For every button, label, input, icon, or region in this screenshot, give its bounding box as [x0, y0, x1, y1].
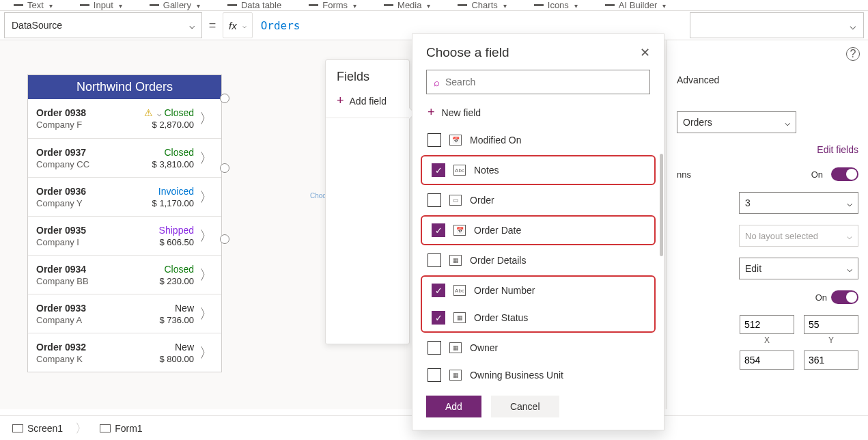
close-icon[interactable]: ✕: [640, 45, 650, 60]
field-row[interactable]: ▦Order Details: [418, 247, 658, 274]
field-checkbox[interactable]: ✓: [432, 163, 445, 177]
field-row[interactable]: ✓AbcNotes: [422, 156, 654, 184]
field-checkbox[interactable]: [428, 368, 441, 382]
cancel-button[interactable]: Cancel: [491, 396, 559, 417]
gallery-control[interactable]: Northwind Orders Order 0938Company F⚠ ⌵ …: [27, 74, 222, 372]
order-amount: $ 230.00: [139, 276, 194, 286]
field-checkbox[interactable]: ✓: [432, 223, 445, 237]
ribbon-aibuilder[interactable]: AI Builder: [605, 0, 666, 10]
ribbon-icons[interactable]: Icons: [534, 0, 578, 10]
field-checkbox[interactable]: [428, 341, 441, 355]
ribbon-media[interactable]: Media: [384, 0, 430, 10]
gallery-row[interactable]: Order 0935Company IShipped$ 606.50〉: [28, 216, 221, 255]
help-icon[interactable]: ?: [846, 47, 860, 61]
properties-pane: ? Advanced Orders ⌵ Edit fields nns On 3: [667, 40, 868, 409]
field-checkbox[interactable]: ✓: [432, 284, 445, 297]
field-checkbox[interactable]: [428, 253, 441, 267]
edit-fields-link[interactable]: Edit fields: [677, 144, 858, 155]
pos-x-input[interactable]: [740, 315, 794, 334]
add-field-label: Add field: [350, 96, 387, 107]
warning-icon: ⚠: [144, 107, 153, 118]
field-row[interactable]: ✓▦Order Status: [422, 304, 654, 331]
field-label: Modified On: [470, 135, 521, 146]
search-icon: ⌕: [434, 77, 440, 88]
field-row[interactable]: ▦Owner: [418, 334, 658, 361]
gallery-row[interactable]: Order 0932Company KNew$ 800.00〉: [28, 333, 221, 372]
field-row[interactable]: ✓📅Order Date: [422, 217, 654, 244]
field-checkbox[interactable]: [428, 193, 441, 207]
ribbon-input[interactable]: Input: [80, 0, 122, 10]
field-list[interactable]: 📅Modified On✓AbcNotes▭Order✓📅Order Date▦…: [412, 126, 664, 386]
gallery-row[interactable]: Order 0938Company F⚠ ⌵ Closed$ 2,870.00〉: [28, 99, 221, 138]
columns-label: nns: [677, 169, 691, 180]
chevron-right-icon: 〉: [199, 109, 213, 128]
field-row[interactable]: ▭Order: [418, 187, 658, 214]
formula-input[interactable]: Orders: [253, 19, 690, 32]
add-field-button[interactable]: + Add field: [326, 90, 409, 118]
scrollbar-thumb[interactable]: [660, 154, 663, 256]
size-h-input[interactable]: [804, 350, 858, 370]
order-number: Order 0937: [36, 147, 139, 158]
order-amount: $ 3,810.00: [139, 159, 194, 169]
ribbon-charts[interactable]: Charts: [458, 0, 506, 10]
canvas-hint-text: Choo: [310, 192, 326, 200]
chevron-down-icon: ⌵: [847, 231, 852, 241]
field-row[interactable]: ✓AbcOrder Number: [422, 277, 654, 304]
add-button[interactable]: Add: [426, 396, 481, 417]
columns-select[interactable]: 3 ⌵: [739, 192, 858, 214]
breadcrumb-form[interactable]: Form1: [100, 423, 142, 434]
text-type-icon: Abc: [453, 285, 466, 296]
tab-advanced[interactable]: Advanced: [677, 74, 719, 85]
popup-title: Choose a field: [426, 45, 509, 60]
ribbon-gallery[interactable]: Gallery: [150, 0, 200, 10]
chevron-down-icon: ⌵: [242, 22, 247, 29]
grid-type-icon: ▦: [449, 342, 462, 353]
formula-result-dropdown[interactable]: ⌵: [690, 12, 864, 38]
ribbon-text[interactable]: Text: [14, 0, 53, 10]
ribbon: Text Input Gallery Data table Forms Medi…: [0, 0, 868, 10]
gallery-row[interactable]: Order 0934Company BBClosed$ 230.00〉: [28, 255, 221, 294]
breadcrumb-screen[interactable]: Screen1: [12, 423, 63, 434]
selection-handle[interactable]: [220, 94, 229, 103]
snap-columns-toggle[interactable]: [831, 167, 858, 181]
order-status: New: [139, 303, 194, 314]
field-label: Order Date: [474, 225, 521, 236]
mode-select[interactable]: Edit ⌵: [739, 258, 858, 279]
order-amount: $ 800.00: [139, 354, 194, 364]
visible-toggle[interactable]: [831, 290, 858, 304]
toggle-state: On: [811, 169, 823, 180]
field-label: Order Status: [474, 312, 528, 323]
new-field-button[interactable]: + New field: [412, 101, 664, 126]
field-row[interactable]: ▦Owning Business Unit: [418, 361, 658, 386]
pos-y-input[interactable]: [804, 315, 858, 334]
ribbon-forms[interactable]: Forms: [309, 0, 356, 10]
selection-handle[interactable]: [220, 234, 229, 244]
fields-panel: Fields + Add field: [325, 59, 410, 344]
date-type-icon: 📅: [453, 225, 466, 236]
order-status: Invoiced: [139, 186, 194, 197]
search-input[interactable]: [445, 77, 643, 87]
chevron-down-icon: ⌵: [189, 20, 195, 31]
fields-title: Fields: [326, 60, 409, 90]
equals-sign: =: [202, 18, 223, 33]
selection-handle[interactable]: [220, 163, 229, 173]
gallery-row[interactable]: Order 0936Company YInvoiced$ 1,170.00〉: [28, 177, 221, 216]
gallery-row[interactable]: Order 0937Company CCClosed$ 3,810.00〉: [28, 138, 221, 177]
ribbon-datatable[interactable]: Data table: [227, 0, 281, 10]
field-checkbox[interactable]: ✓: [432, 311, 445, 325]
breadcrumb-form-label: Form1: [115, 423, 142, 434]
field-label: Order Number: [474, 285, 535, 296]
datasource-select[interactable]: Orders ⌵: [677, 111, 796, 133]
field-checkbox[interactable]: [428, 133, 441, 147]
size-w-input[interactable]: [740, 350, 794, 370]
order-number: Order 0934: [36, 264, 139, 275]
fx-button[interactable]: fx ⌵: [223, 12, 253, 38]
property-dropdown[interactable]: DataSource ⌵: [4, 12, 202, 38]
field-label: Order: [470, 195, 494, 206]
field-row[interactable]: 📅Modified On: [418, 126, 658, 154]
choose-field-popup: Choose a field ✕ ⌕ + New field 📅Modified…: [412, 33, 664, 430]
search-box[interactable]: ⌕: [426, 70, 650, 94]
chevron-down-icon: ⌵: [847, 197, 852, 208]
pos-x-label: X: [740, 335, 794, 345]
gallery-row[interactable]: Order 0933Company ANew$ 736.00〉: [28, 294, 221, 333]
